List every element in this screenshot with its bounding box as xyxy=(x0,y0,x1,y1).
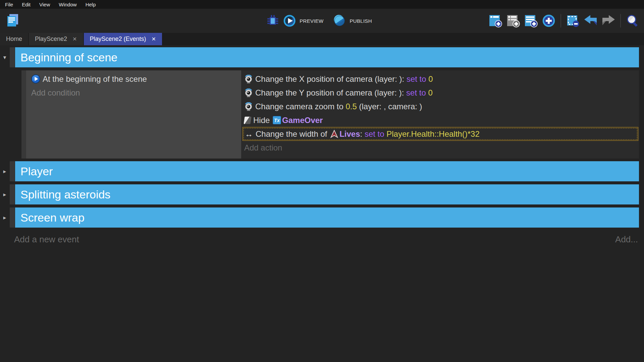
text-segment xyxy=(426,88,428,98)
text-object-icon: Tx xyxy=(273,116,281,124)
tab-close-icon[interactable]: ✕ xyxy=(72,36,77,42)
expand-caret-icon[interactable]: ▸ xyxy=(1,192,8,197)
add-event-icon[interactable] xyxy=(489,14,502,27)
menu-item-window[interactable]: Window xyxy=(54,0,81,9)
add-new-event-button[interactable]: Add a new event xyxy=(14,234,79,245)
tab-close-icon[interactable]: ✕ xyxy=(152,36,156,42)
width-arrow-icon: ↔ xyxy=(245,129,253,139)
event-group-row: ▸Screen wrap xyxy=(15,207,639,228)
hide-icon xyxy=(244,117,251,124)
debug-button[interactable] xyxy=(266,14,279,27)
text-segment: 0.5 xyxy=(345,102,357,111)
action-line[interactable]: Change the Y position of camera (layer: … xyxy=(243,86,638,100)
action-line[interactable]: ↔Change the width of Lives: set to Playe… xyxy=(243,127,638,141)
add-comment-icon[interactable] xyxy=(506,14,520,27)
text-segment xyxy=(426,74,429,84)
search-icon[interactable] xyxy=(626,14,639,27)
group-drag-grip[interactable] xyxy=(10,47,15,67)
add-new-icon[interactable] xyxy=(542,14,555,27)
text-segment: Change camera zoom to xyxy=(255,102,345,111)
publish-button[interactable] xyxy=(333,14,346,27)
text-segment: : xyxy=(360,129,365,139)
text-segment: Hide xyxy=(253,116,272,125)
conditions-panel: At the beginning of the sceneAdd conditi… xyxy=(26,70,241,159)
add-subevent-icon[interactable] xyxy=(524,14,538,27)
group-drag-grip[interactable] xyxy=(10,184,15,204)
toolbar-separator xyxy=(620,14,621,27)
tab-label: Home xyxy=(6,36,22,43)
add-condition-button[interactable]: Add condition xyxy=(31,86,241,100)
tab-playscene2[interactable]: PlayScene2✕ xyxy=(29,33,83,45)
camera-icon xyxy=(244,102,253,111)
events-sheet: ▾Beginning of sceneAt the beginning of t… xyxy=(0,45,644,245)
camera-icon xyxy=(244,88,253,97)
text-segment: Player.Health::Health()*32 xyxy=(384,129,480,139)
event-group-row: ▸Splitting asteroids xyxy=(15,184,639,204)
tab-home[interactable]: Home xyxy=(0,33,28,45)
event-row: At the beginning of the sceneAdd conditi… xyxy=(21,70,639,159)
event-group-row: ▾Beginning of scene xyxy=(15,47,639,67)
main-toolbar: PREVIEW PUBLISH xyxy=(0,9,644,33)
tab-bar: HomePlayScene2✕PlayScene2 (Events)✕ xyxy=(0,33,644,45)
add-action-button[interactable]: Add action xyxy=(243,141,638,155)
camera-icon xyxy=(244,75,253,83)
preview-button[interactable] xyxy=(283,14,296,27)
collapse-caret-icon[interactable]: ▾ xyxy=(1,55,8,60)
group-header-splitting-asteroids[interactable]: Splitting asteroids xyxy=(15,184,639,204)
text-segment: (layer: , camera: ) xyxy=(357,102,422,111)
text-segment: Lives xyxy=(339,129,360,139)
action-line[interactable]: Change camera zoom to 0.5 (layer: , came… xyxy=(243,100,638,113)
actions-panel: Change the X position of camera (layer: … xyxy=(241,70,639,159)
text-segment: set to xyxy=(365,129,384,139)
menu-item-view[interactable]: View xyxy=(35,0,54,9)
text-segment: Change the Y position of camera (layer: … xyxy=(255,88,406,98)
scene-start-icon xyxy=(31,74,40,83)
menu-item-edit[interactable]: Edit xyxy=(17,0,35,9)
action-line[interactable]: Change the X position of camera (layer: … xyxy=(243,72,638,86)
group-header-screen-wrap[interactable]: Screen wrap xyxy=(15,207,639,228)
app-logo-icon xyxy=(5,13,21,28)
text-segment: 0 xyxy=(428,88,432,98)
text-segment: GameOver xyxy=(282,116,323,125)
expand-caret-icon[interactable]: ▸ xyxy=(1,215,8,221)
group-header-beginning-of-scene[interactable]: Beginning of scene xyxy=(15,47,639,67)
text-segment: set to xyxy=(407,74,426,84)
publish-label[interactable]: PUBLISH xyxy=(350,18,372,24)
menu-bar: FileEditViewWindowHelp xyxy=(0,0,644,9)
ship-icon xyxy=(330,130,338,138)
toolbar-separator xyxy=(560,14,561,27)
text-segment: Change the X position of camera (layer: … xyxy=(255,74,407,84)
preview-label[interactable]: PREVIEW xyxy=(300,18,323,24)
event-group-row: ▸Player xyxy=(15,161,639,181)
events-toolbar-icons xyxy=(489,14,639,27)
text-segment: At the beginning of the scene xyxy=(43,74,147,84)
tab-label: PlayScene2 xyxy=(35,36,67,43)
event-drag-grip[interactable] xyxy=(21,70,26,159)
text-segment: Change the width of xyxy=(256,129,329,139)
group-drag-grip[interactable] xyxy=(10,207,15,228)
text-segment: 0 xyxy=(428,74,433,84)
undo-icon[interactable] xyxy=(584,14,597,27)
group-drag-grip[interactable] xyxy=(10,161,15,181)
group-header-player[interactable]: Player xyxy=(15,161,639,181)
action-line[interactable]: Hide TxGameOver xyxy=(243,113,638,127)
menu-item-help[interactable]: Help xyxy=(81,0,100,9)
tab-label: PlayScene2 (Events) xyxy=(90,36,146,43)
condition-line[interactable]: At the beginning of the scene xyxy=(31,72,241,86)
tab-playscene2-events-[interactable]: PlayScene2 (Events)✕ xyxy=(84,33,162,45)
redo-icon[interactable] xyxy=(602,14,615,27)
toggle-selection-icon[interactable] xyxy=(566,14,580,27)
bottom-add-row: Add a new eventAdd... xyxy=(14,234,638,245)
text-segment: set to xyxy=(406,88,426,98)
expand-caret-icon[interactable]: ▸ xyxy=(1,169,8,174)
menu-item-file[interactable]: File xyxy=(1,0,17,9)
add-more-button[interactable]: Add... xyxy=(615,234,638,245)
